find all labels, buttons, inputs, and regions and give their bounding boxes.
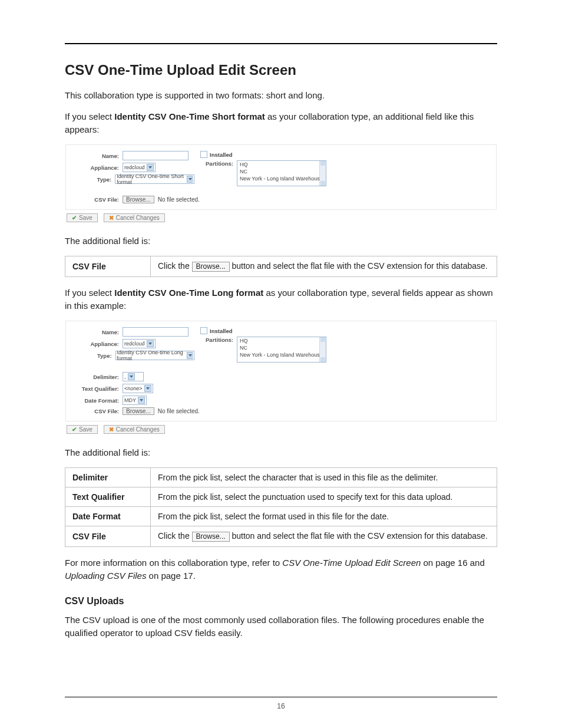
name-input[interactable]	[123, 151, 189, 160]
table-row: Text Qualifier From the pick list, selec…	[65, 487, 497, 507]
date-format-value: MDY	[124, 397, 136, 403]
appliance-value: redcloud	[124, 164, 145, 170]
xref-1: CSV One-Time Upload Edit Screen	[282, 558, 421, 568]
cell-key: Date Format	[65, 507, 151, 526]
delimiter-select[interactable]: ,	[123, 372, 144, 381]
text: If you select	[65, 111, 114, 121]
date-format-select[interactable]: MDY	[123, 396, 147, 405]
installed-checkbox[interactable]	[200, 327, 207, 334]
page-number: 16	[0, 702, 562, 710]
text-qualifier-value: <none>	[124, 386, 143, 391]
text: Click the	[158, 531, 192, 541]
label-installed: Installed	[210, 151, 233, 158]
paragraph-1: This collaboration type is supported in …	[65, 89, 497, 102]
check-icon: ✔	[72, 426, 77, 433]
label-type: Type:	[77, 353, 115, 359]
cell-key: Delimiter	[65, 468, 151, 487]
chevron-down-icon	[144, 385, 151, 392]
paragraph-2: If you select Identity CSV One-Time Shor…	[65, 110, 497, 136]
label-csv-file: CSV File:	[77, 408, 123, 414]
cell-desc: Click the Browse... button and select th…	[151, 256, 497, 277]
label-partitions: Partitions:	[200, 160, 237, 167]
type-value: Identity CSV One-time Long format	[117, 350, 185, 361]
text: If you select	[65, 288, 114, 298]
label-installed: Installed	[210, 328, 233, 334]
short-format-name: Identity CSV One-Time Short format	[114, 111, 265, 121]
text: For more information on this collaborati…	[65, 558, 282, 568]
label-delimiter: Delimiter:	[77, 374, 123, 380]
cancel-label: Cancel Changes	[116, 215, 160, 221]
bottom-rule	[65, 697, 497, 697]
screenshot-long-format: Name: Appliance: redcloud Type: Ident	[65, 320, 497, 438]
label-appliance: Appliance:	[77, 164, 123, 171]
save-button[interactable]: ✔Save	[67, 213, 98, 222]
label-appliance: Appliance:	[77, 341, 123, 347]
partitions-listbox[interactable]: HQ NC New York - Long Island Warehouse	[237, 160, 326, 186]
delimiter-value: ,	[124, 374, 126, 380]
cancel-icon: ✖	[109, 426, 114, 433]
paragraph-7: The CSV upload is one of the most common…	[65, 614, 497, 640]
chevron-down-icon	[128, 373, 135, 380]
table-row: Delimiter From the pick list, select the…	[65, 468, 497, 487]
paragraph-4: If you select Identity CSV One-Time Long…	[65, 286, 497, 312]
name-input[interactable]	[123, 327, 189, 337]
paragraph-5: The additional field is:	[65, 446, 497, 459]
list-item: HQ	[237, 337, 326, 344]
save-label: Save	[79, 215, 92, 221]
long-format-name: Identity CSV One-Time Long format	[114, 288, 263, 298]
partitions-listbox[interactable]: HQ NC New York - Long Island Warehouse	[237, 337, 326, 363]
save-button[interactable]: ✔Save	[67, 425, 98, 434]
chevron-down-icon	[138, 397, 145, 404]
table-short-fields: CSV File Click the Browse... button and …	[65, 256, 497, 277]
text: on page 16 and	[421, 558, 484, 568]
chevron-down-icon	[147, 340, 154, 347]
appliance-select[interactable]: redcloud	[123, 163, 156, 172]
cell-desc: Click the Browse... button and select th…	[151, 526, 497, 547]
browse-button[interactable]: Browse...	[123, 196, 154, 203]
browse-button[interactable]: Browse...	[123, 407, 154, 415]
table-row: Date Format From the pick list, select t…	[65, 507, 497, 526]
list-item: HQ	[237, 161, 326, 168]
list-item: New York - Long Island Warehouse	[237, 175, 326, 182]
browse-button[interactable]: Browse...	[192, 532, 230, 542]
chevron-down-icon	[147, 164, 154, 171]
cancel-button[interactable]: ✖Cancel Changes	[104, 425, 165, 434]
save-label: Save	[79, 426, 92, 433]
label-partitions: Partitions:	[200, 337, 237, 343]
cell-desc: From the pick list, select the format us…	[151, 507, 497, 526]
label-date-format: Date Format:	[77, 397, 123, 404]
list-item: NC	[237, 344, 326, 351]
text: on page 17.	[146, 571, 195, 581]
chevron-down-icon	[187, 352, 193, 359]
text: button and select the flat file with the…	[230, 531, 488, 541]
no-file-text: No file selected.	[158, 196, 200, 203]
subsection-title: CSV Uploads	[65, 596, 497, 607]
cell-key: Text Qualifier	[65, 487, 151, 507]
table-long-fields: Delimiter From the pick list, select the…	[65, 467, 497, 547]
screenshot-short-format: Name: Appliance: redcloud Type: Ident	[65, 144, 497, 226]
label-name: Name:	[77, 153, 123, 159]
list-item: New York - Long Island Warehouse	[237, 351, 326, 358]
table-row: CSV File Click the Browse... button and …	[65, 526, 497, 547]
browse-button[interactable]: Browse...	[192, 262, 230, 272]
text-qualifier-select[interactable]: <none>	[123, 384, 153, 393]
xref-2: Uploading CSV Files	[65, 571, 146, 581]
cell-key: CSV File	[65, 526, 151, 547]
page-title: CSV One-Time Upload Edit Screen	[65, 62, 497, 78]
cancel-icon: ✖	[109, 215, 114, 221]
cancel-button[interactable]: ✖Cancel Changes	[104, 213, 165, 222]
appliance-value: redcloud	[124, 341, 145, 347]
label-name: Name:	[77, 329, 123, 335]
label-text-qualifier: Text Qualifier:	[77, 386, 123, 392]
cancel-label: Cancel Changes	[116, 426, 160, 433]
type-select[interactable]: Identity CSV One-time Long format	[115, 351, 194, 360]
list-item: NC	[237, 168, 326, 175]
appliance-select[interactable]: redcloud	[123, 339, 156, 348]
type-value: Identity CSV One-time Short format	[117, 173, 185, 185]
top-rule	[65, 43, 497, 44]
cell-desc: From the pick list, select the punctuati…	[151, 487, 497, 507]
cell-key: CSV File	[65, 256, 151, 277]
label-type: Type:	[77, 176, 115, 183]
type-select[interactable]: Identity CSV One-time Short format	[115, 174, 194, 184]
installed-checkbox[interactable]	[200, 151, 207, 158]
